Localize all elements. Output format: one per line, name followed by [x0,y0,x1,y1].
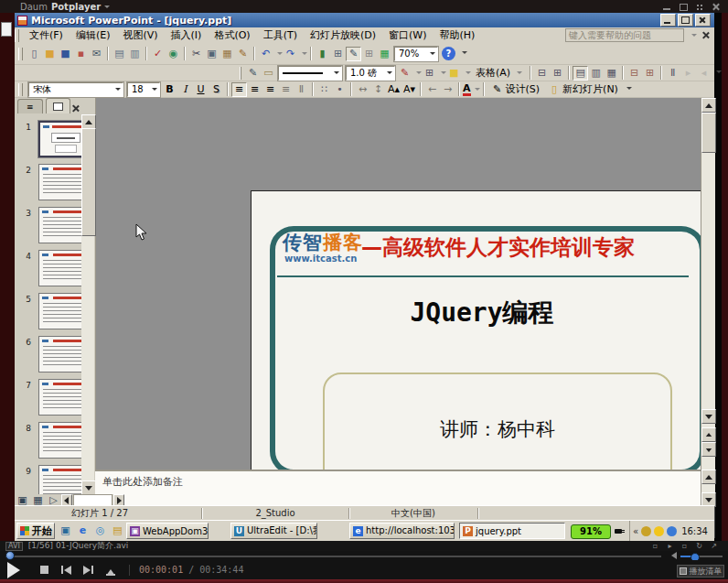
draw-table-pen-icon[interactable]: ✎ [245,66,261,81]
format-painter-icon[interactable]: ✎ [235,47,251,61]
font-name-dropdown-icon[interactable] [115,88,121,93]
tables-borders-icon[interactable]: ✎ [346,47,361,61]
insert-chart-icon[interactable]: ▮ [315,47,330,61]
menu-item-2[interactable]: 视图(V) [116,28,164,42]
sort-ascending-icon[interactable]: ▸ [680,66,696,81]
pip-left-icon[interactable]: ▫ [650,542,660,551]
distribute-text-icon[interactable]: ≡ [278,82,294,97]
powerpoint-restore-button[interactable] [678,14,693,27]
open-icon[interactable]: ■ [42,47,58,61]
split-cells-icon[interactable]: ⊞ [550,66,565,81]
align-left-icon[interactable]: ≡ [231,82,247,97]
line-weight-dropdown-icon[interactable] [387,71,392,77]
taskbar-task-2[interactable]: ehttp://localhost:1039/练... [349,523,455,539]
line-style-select[interactable] [278,66,342,81]
tray-chevron[interactable]: « [633,526,638,536]
menu-item-4[interactable]: 格式(O) [208,28,256,42]
toolbar-overflow-button[interactable] [459,47,469,61]
taskbar-task-0[interactable]: ▣WebAppDom3 - Microsof... [126,523,209,539]
slide-design-button[interactable]: ✎ 设计(S) [487,81,545,97]
potplayer-menu-arrow-icon[interactable] [104,5,110,11]
fill-color-icon[interactable]: ■ [446,66,462,81]
panel-close-icon[interactable] [70,103,80,113]
scroll-down-button[interactable] [701,409,716,424]
tab-outline[interactable]: ≡ [17,99,43,113]
paste-icon[interactable]: ▦ [219,47,235,61]
char-spacing-icon[interactable]: ↔ [355,82,370,97]
print-preview-icon[interactable]: ▥ [127,47,143,61]
taskbar-task-1[interactable]: UUltraEdit - [D:\我的文档... [230,523,317,539]
spelling-icon[interactable]: ✓ [150,47,166,61]
new-icon[interactable]: ▯ [27,47,42,61]
italic-button[interactable]: I [177,82,193,97]
notes-pane[interactable]: 单击此处添加备注 [95,470,701,505]
menu-item-0[interactable]: 文件(F) [23,28,70,42]
line-weight-select[interactable]: 1.0 磅 [346,66,395,81]
tray-network-icon[interactable] [667,526,677,536]
research-icon[interactable]: ◉ [166,47,181,61]
potplayer-maximize-button[interactable] [679,3,688,11]
help-icon[interactable]: ? [442,47,455,60]
align-bottom-icon[interactable]: ▦ [604,66,619,81]
potplayer-minimize-button[interactable] [662,3,671,11]
potplayer-dots-button[interactable] [695,3,704,11]
next-slide-button[interactable] [701,442,716,457]
permission-icon[interactable]: ▪ [73,47,89,61]
insert-table-icon[interactable]: ⊞ [330,47,346,61]
help-question-input[interactable]: 键入需要帮助的问题 [565,28,684,42]
help-dropdown-icon[interactable] [691,34,697,39]
undo-icon[interactable]: ↶ [258,47,273,61]
bullets-icon[interactable]: • [332,82,348,97]
font-color-button[interactable]: A [463,83,480,96]
align-center-icon[interactable]: ≡ [247,82,262,97]
taskbar-task-3[interactable]: Pjquery.ppt [459,523,565,539]
menubar-close-icon[interactable] [701,30,711,40]
fullscreen-icon[interactable]: ↗ [709,542,719,551]
menu-item-3[interactable]: 插入(I) [165,28,209,42]
seek-knob[interactable] [5,551,15,560]
mini-play-icon[interactable]: ▸ [665,542,675,551]
table-direction-icon[interactable]: Ⅱ [665,66,680,81]
eraser-icon[interactable]: ▭ [261,66,276,81]
open-file-button[interactable] [105,565,116,576]
start-button[interactable]: 开始 [16,523,55,539]
repeat-icon[interactable]: ↻ [694,542,704,551]
show-desktop-icon[interactable]: ▣ [59,524,72,537]
new-slide-button[interactable]: ▯ 新幻灯片(N) [544,81,623,97]
previous-slide-button[interactable] [701,427,716,442]
show-grid-icon[interactable]: ⊞ [361,47,377,61]
thumbs-scroll-up-button[interactable] [81,114,96,129]
menu-item-1[interactable]: 编辑(E) [70,28,117,42]
border-color-icon[interactable]: ✎ [397,66,412,81]
cut-icon[interactable]: ✂ [188,47,204,61]
play-button[interactable] [7,562,28,578]
media-player-icon[interactable]: ◎ [93,524,107,537]
previous-file-button[interactable] [61,565,72,576]
decrease-indent-icon[interactable]: ← [424,82,440,97]
distribute-columns-icon[interactable]: ⊞ [642,66,658,81]
align-right-icon[interactable]: ≡ [262,82,278,97]
folder-icon[interactable]: ▤ [111,524,124,537]
font-size-dropdown-icon[interactable] [152,88,157,93]
zoom-select[interactable]: 70% [394,47,438,61]
toolbar2-overflow-button[interactable] [713,66,723,81]
redo-icon-dropdown[interactable] [302,52,307,58]
bold-button[interactable]: B [162,82,177,97]
powerpoint-close-button[interactable] [695,14,711,27]
table-menu-button[interactable]: 表格(A) [471,65,527,81]
line-style-dropdown-icon[interactable] [334,71,339,77]
tray-key-icon[interactable] [641,526,651,536]
redo-icon[interactable]: ↷ [283,47,298,61]
numbering-icon[interactable]: ∷ [316,82,332,97]
underline-button[interactable]: U [193,82,209,97]
font-color-dropdown-icon[interactable] [475,88,480,93]
increase-font-icon[interactable]: A▴ [386,82,401,97]
color-schemes-icon[interactable]: ▦ [377,47,392,61]
distribute-rows-icon[interactable]: ⊟ [626,66,642,81]
tray-messenger-icon[interactable] [654,526,664,536]
seek-track[interactable] [5,556,661,557]
powerpoint-minimize-button[interactable] [660,14,676,27]
stop-button[interactable] [39,565,50,576]
scroll-thumb[interactable] [701,113,716,153]
outside-border-icon[interactable]: ⊞ [422,66,437,81]
